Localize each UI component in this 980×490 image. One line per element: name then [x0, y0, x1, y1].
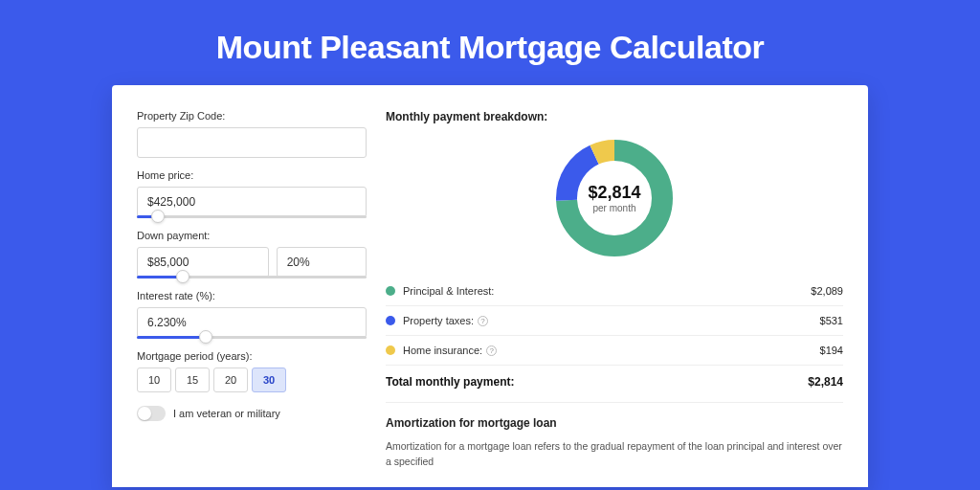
home-price-slider[interactable] — [137, 215, 367, 218]
legend-row-taxes: Property taxes: ? $531 — [386, 306, 843, 336]
total-value: $2,814 — [808, 375, 843, 389]
amortization-title: Amortization for mortgage loan — [386, 416, 843, 430]
legend-label: Home insurance: ? — [403, 345, 820, 356]
interest-rate-slider[interactable] — [137, 336, 367, 339]
home-price-label: Home price: — [137, 169, 367, 181]
dot-icon — [386, 286, 395, 296]
donut-sub: per month — [592, 203, 635, 213]
zip-field: Property Zip Code: — [137, 110, 367, 158]
down-payment-field: Down payment: — [137, 230, 367, 278]
period-buttons: 10 15 20 30 — [137, 368, 367, 392]
donut-chart: $2,814 per month — [386, 137, 843, 259]
legend-label: Principal & Interest: — [403, 285, 811, 297]
amortization-text: Amortization for a mortgage loan refers … — [386, 439, 843, 470]
total-label: Total monthly payment: — [386, 375, 514, 389]
interest-rate-label: Interest rate (%): — [137, 290, 367, 301]
donut-value: $2,814 — [588, 183, 640, 203]
legend-row-principal: Principal & Interest: $2,089 — [386, 277, 843, 306]
period-field: Mortgage period (years): 10 15 20 30 — [137, 350, 367, 392]
legend-row-insurance: Home insurance: ? $194 — [386, 336, 843, 366]
legend-value: $531 — [820, 315, 843, 326]
dot-icon — [386, 316, 395, 325]
period-btn-30[interactable]: 30 — [252, 368, 286, 392]
legend: Principal & Interest: $2,089 Property ta… — [386, 277, 843, 402]
legend-label: Property taxes: ? — [403, 315, 820, 326]
down-payment-input[interactable] — [137, 247, 269, 278]
info-icon[interactable]: ? — [478, 316, 488, 326]
period-label: Mortgage period (years): — [137, 350, 367, 362]
veteran-toggle[interactable] — [137, 406, 166, 421]
veteran-label: I am veteran or military — [173, 408, 280, 419]
period-btn-20[interactable]: 20 — [213, 368, 248, 392]
legend-value: $194 — [820, 345, 843, 356]
down-payment-pct-input[interactable] — [277, 247, 367, 278]
interest-rate-field: Interest rate (%): — [137, 290, 367, 339]
zip-input[interactable] — [137, 127, 367, 158]
legend-label-text: Property taxes: — [403, 315, 474, 326]
legend-label-text: Home insurance: — [403, 345, 482, 356]
amortization-section: Amortization for mortgage loan Amortizat… — [386, 402, 843, 470]
period-btn-15[interactable]: 15 — [175, 368, 210, 392]
breakdown-column: Monthly payment breakdown: $2,814 per mo… — [386, 110, 843, 487]
period-btn-10[interactable]: 10 — [137, 368, 171, 392]
form-column: Property Zip Code: Home price: Down paym… — [137, 110, 367, 487]
page-title: Mount Pleasant Mortgage Calculator — [0, 29, 980, 66]
info-icon[interactable]: ? — [486, 345, 497, 356]
total-row: Total monthly payment: $2,814 — [386, 366, 843, 402]
calculator-card: Property Zip Code: Home price: Down paym… — [112, 85, 868, 487]
down-payment-label: Down payment: — [137, 230, 367, 241]
down-payment-slider[interactable] — [137, 276, 367, 278]
zip-label: Property Zip Code: — [137, 110, 367, 122]
veteran-row: I am veteran or military — [137, 406, 367, 421]
home-price-input[interactable] — [137, 187, 367, 217]
breakdown-title: Monthly payment breakdown: — [386, 110, 843, 123]
dot-icon — [386, 345, 395, 355]
home-price-field: Home price: — [137, 169, 367, 218]
interest-rate-input[interactable] — [137, 307, 367, 338]
legend-value: $2,089 — [811, 285, 843, 297]
